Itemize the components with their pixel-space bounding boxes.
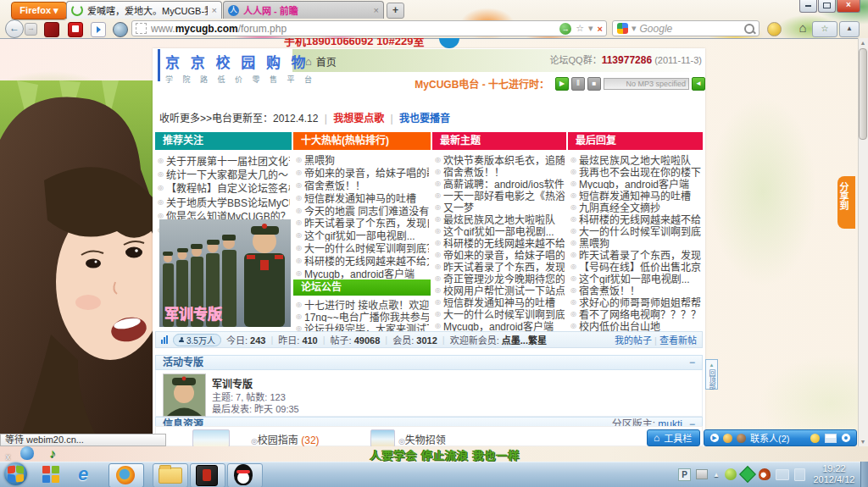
topic-link[interactable]: ◎欢快节奏版本织毛衣，追随李佳胖和费 [435, 153, 565, 165]
google-logo-icon[interactable] [617, 23, 628, 34]
toolbar-button[interactable]: ⌂ 工具栏 [647, 429, 700, 446]
topic-link[interactable]: ◎宿舍煮饭！！ [296, 179, 429, 191]
topic-link[interactable]: ◎Mycugb，android客户端 [296, 267, 429, 279]
military-training-image[interactable]: 军训专版 [159, 219, 291, 327]
addon-page-icon[interactable] [91, 22, 106, 37]
scroll-up-arrow[interactable]: ▲ [859, 38, 867, 47]
start-button[interactable] [4, 462, 27, 485]
share-to-tab[interactable]: 分享到 [837, 176, 855, 229]
members-online-badge[interactable]: 3.5万人 [173, 334, 221, 346]
smiley-icon[interactable] [810, 434, 820, 443]
home-button[interactable]: ⌂ [795, 20, 810, 36]
my-posts-link[interactable]: 我的帖子 [615, 335, 652, 346]
subforum-link-guide[interactable]: ◎校园指南 (32) [251, 432, 320, 446]
tray-green-ball-icon[interactable] [725, 468, 737, 480]
collapse-icon[interactable]: − [689, 356, 695, 369]
topic-link[interactable]: ◎看不了网络电视啊？？？？》 [570, 308, 701, 320]
maximize-button[interactable] [818, 0, 836, 13]
topic-link[interactable]: ◎短信群发通知神马的吐槽 [570, 189, 701, 201]
contacts-toolbar[interactable]: ▶ 联系人(2) [704, 429, 857, 446]
topic-link[interactable]: ◎这个gif犹如一部电视剧... [435, 224, 565, 236]
topic-link[interactable]: ◎科研楼的无线网越来越不给力了，一会 [296, 254, 429, 267]
topic-link[interactable]: ◎求好心的师哥哥师姐姐帮帮我，行管的 [570, 296, 701, 308]
site-logo[interactable]: 京 京 校 园 购 物 学 院 路 低 价 零 售 平 台 [158, 49, 293, 81]
topic-link[interactable]: ◎科研楼的无线网越来越不给力了，一会 [435, 236, 565, 248]
tab-close-icon[interactable]: × [212, 5, 217, 15]
scroll-top-button[interactable]: ▲ [839, 21, 860, 37]
folder-icon[interactable] [159, 468, 182, 484]
tray-p-icon[interactable]: P [678, 468, 691, 481]
addon-smiley-icon[interactable] [767, 22, 782, 36]
go-button[interactable]: → [559, 23, 571, 35]
url-text[interactable]: www.mycugb.com/forum.php [151, 23, 555, 35]
topic-link[interactable]: ◎宿舍煮饭！！ [570, 285, 701, 296]
search-bar[interactable]: ▾ Google [612, 20, 760, 36]
tray-diamond-icon[interactable] [739, 466, 756, 483]
topic-link[interactable]: ◎宿舍煮饭！！ [435, 165, 565, 177]
broadcast-link[interactable]: 我也要播音 [399, 113, 450, 125]
topic-link[interactable]: ◎九阴真经全文摘抄 [570, 201, 701, 213]
topic-link[interactable]: ◎奇正管理沙龙今晚期待您的到来！ [435, 272, 565, 284]
firefox-icon[interactable] [116, 466, 135, 484]
topic-link[interactable]: ◎校网用户帮忙测试一下站点 [435, 285, 565, 296]
topic-link[interactable]: ◎大一的什么时候军训啊到底？我们闭幕 [570, 224, 701, 236]
subforum-icon-lostfound[interactable] [370, 429, 395, 447]
topic-link[interactable]: ◎昨天试着录了个东西，发现自己的声音 [296, 216, 429, 229]
topic-link[interactable]: ◎短信群发通知神马的吐槽 [435, 296, 565, 308]
stop-button[interactable]: ■ [587, 77, 601, 91]
topic-link[interactable]: ◎黑喂狗 [296, 153, 429, 166]
topic-link[interactable]: ◎昨天试着录了个东西，发现自己的声音 [570, 248, 701, 260]
firefox-menu-button[interactable]: Firefox ▾ [11, 2, 67, 19]
topic-link[interactable]: ◎最炫民族风之地大啦啦队 [570, 153, 701, 165]
game-icon[interactable] [196, 465, 218, 486]
topic-link[interactable]: ◎Mycugb，android客户端 [570, 177, 701, 189]
search-placeholder[interactable]: Google [640, 23, 741, 35]
addon-red-icon[interactable] [68, 22, 83, 37]
bookmarks-button[interactable]: ☆ [812, 21, 837, 37]
stop-load-icon[interactable]: × [598, 24, 603, 34]
section-header-activity[interactable]: 活动专版 − [155, 355, 703, 370]
topic-link[interactable]: ◎校内低价出台山地 [570, 320, 701, 332]
request-song-link[interactable]: 我想要点歌 [333, 113, 384, 125]
taskbar-clock[interactable]: 19:222012/4/12 [810, 463, 858, 485]
subforum-last-post[interactable]: 最后发表: 昨天 09:35 [212, 401, 299, 415]
search-engine-caret-icon[interactable]: ▾ [632, 23, 637, 34]
taskbar-app-grid-icon[interactable] [42, 466, 59, 483]
close-button[interactable]: × [837, 0, 860, 13]
tray-show-hidden-icon[interactable]: ▲ [713, 471, 720, 479]
tray-qq-icon[interactable] [759, 468, 771, 480]
show-desktop-button[interactable] [860, 462, 868, 487]
tray-clipboard-icon[interactable] [794, 468, 805, 481]
topic-link[interactable]: ◎最炫民族风之地大啦啦队 [435, 213, 565, 224]
tab-close-icon[interactable]: × [374, 5, 379, 15]
forward-button[interactable]: → [25, 23, 37, 36]
topic-link[interactable]: ◎帝如来的录音，给妹子唱的歌 [296, 166, 429, 179]
topic-link[interactable]: ◎大一的什么时候军训啊到底？我们闭幕 [435, 308, 565, 320]
view-new-posts-link[interactable]: 查看新帖 [659, 335, 697, 346]
qq-penguin-icon[interactable] [234, 464, 253, 485]
back-button[interactable]: ← [5, 19, 24, 38]
subforum-icon-guide[interactable] [192, 429, 230, 447]
chart-icon[interactable] [161, 335, 168, 344]
scrollbar-thumb[interactable] [859, 48, 867, 140]
topic-link[interactable]: ◎这个gif犹如一部电视剧... [570, 272, 701, 284]
topic-link[interactable]: ◎高薪诚聘：android/ios软件工程师、手机 [435, 177, 565, 189]
minimize-button[interactable] [799, 0, 817, 13]
topic-link[interactable]: ◎黑喂狗 [570, 236, 701, 248]
subforum-link-lostfound[interactable]: ◎失物招领 [398, 432, 446, 446]
topic-link[interactable]: ◎帝如来的录音，给妹子唱的歌 [435, 248, 565, 260]
addon-globe-icon[interactable] [113, 22, 128, 37]
tray-printer-icon[interactable] [696, 469, 708, 479]
tab-renren[interactable]: 人 人人网 - 前瞻 × [223, 1, 384, 19]
subforum-link[interactable]: 军训专版 [212, 376, 253, 390]
topic-link[interactable]: ◎今天的地震 同志们难道没有感觉到震 [296, 204, 429, 217]
scroll-down-arrow[interactable]: ▼ [859, 437, 867, 446]
speaker-button[interactable]: ◄ [692, 77, 705, 91]
announcement-link[interactable]: ◎十七进行时 接收点歌！欢迎在mycugb或 [296, 298, 429, 310]
topic-link[interactable]: ◎我再也不会出现在你的楼下，边照镜子 [570, 165, 701, 177]
newest-member-link[interactable]: 点墨...繁星 [502, 335, 547, 346]
topic-link[interactable]: ◎统计一下大家都是大几的～ [158, 167, 290, 180]
bookmark-star-icon[interactable]: ☆ [576, 23, 584, 34]
desktop-icon-music[interactable]: ♪ [49, 445, 56, 460]
mp3-progress-bar[interactable]: No MP3 specified [604, 78, 689, 90]
